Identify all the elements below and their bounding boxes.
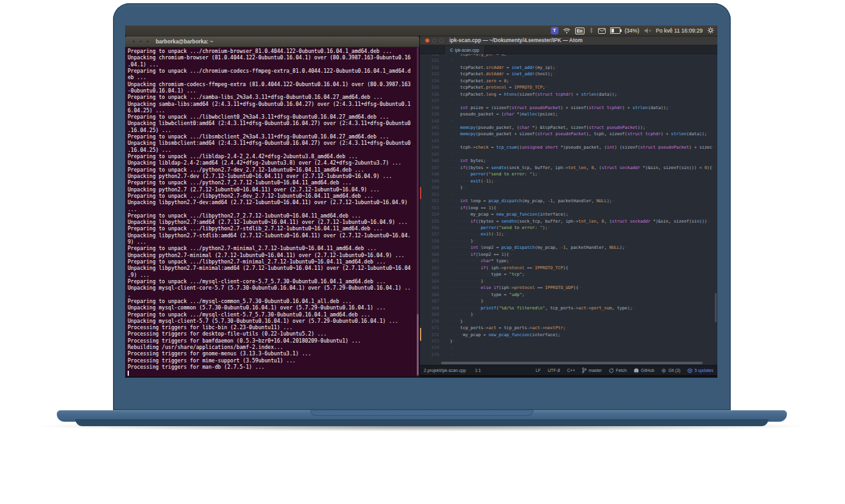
- terminal-line: Unpacking chromium-codecs-ffmpeg-extra (…: [128, 81, 419, 87]
- terminal-line: Preparing to unpack .../libpython2.7-min…: [128, 258, 419, 265]
- terminal-line: Processing triggers for mime-support (3.…: [128, 357, 419, 364]
- line-number: 568: [420, 305, 439, 311]
- code-line: ············perror("send to error: ");¬: [450, 225, 717, 231]
- terminal-line: Unpacking libpython2.7-minimal:amd64 (2.…: [128, 265, 419, 271]
- terminal-titlebar[interactable]: barborka@barborka: ~: [125, 36, 419, 47]
- line-number: 552: [420, 198, 439, 204]
- mail-icon[interactable]: [598, 26, 606, 36]
- terminal-line: Preparing to unpack .../samba-libs_2%3a4…: [128, 94, 419, 100]
- line-number: 548: [420, 171, 439, 177]
- code-editor[interactable]: 5305315325335345355365375385395405415425…: [420, 54, 717, 361]
- code-line: ····tcpPacket.zero = 0;¬: [450, 78, 717, 84]
- clock[interactable]: Po kvě 11 16:09:29: [656, 26, 703, 36]
- terminal-output[interactable]: Preparing to unpack .../chromium-browser…: [125, 47, 419, 376]
- laptop-base-lip: [75, 419, 768, 426]
- terminal-line: Unpacking libpython2.7-stdlib:amd64 (2.7…: [128, 232, 419, 239]
- bluetooth-icon[interactable]: [589, 26, 594, 36]
- status-item-label: Fetch: [616, 368, 627, 373]
- line-number: 531: [420, 57, 439, 64]
- status-item-lf[interactable]: LF: [535, 368, 541, 373]
- git-icon: [661, 368, 666, 373]
- file-path[interactable]: 2.projekt/ipk-scan.cpp: [424, 368, 466, 373]
- atom-status-bar: 2.projekt/ipk-scan.cpp 1:1 LFUTF-8C++mas…: [420, 365, 717, 375]
- line-number: 557: [420, 231, 439, 237]
- status-item-utf-8[interactable]: UTF-8: [548, 368, 560, 373]
- line-number: 538: [420, 105, 439, 111]
- code-line: ········perror("send to error: ");¬: [450, 171, 717, 177]
- line-number: 551: [420, 191, 439, 198]
- code-line: ············char* type;¬: [450, 258, 717, 264]
- terminal-line: .16.04.25) ...: [128, 127, 419, 133]
- line-number: 553: [420, 205, 439, 211]
- terminal-line: -0ubuntu0.16.04.1) ...: [128, 87, 419, 94]
- line-number: 556: [420, 225, 439, 231]
- laptop-base-notch: [310, 410, 534, 416]
- line-number: 574: [420, 345, 439, 351]
- line-number: 567: [420, 298, 439, 304]
- atom-titlebar[interactable]: ipk-scan.cpp — ~/Dokumenty/4.semester/IP…: [420, 36, 717, 45]
- line-number: 536: [420, 91, 439, 98]
- desktop-edge: [125, 376, 717, 378]
- terminal-line: Unpacking python2.7 (2.7.12-1ubuntu0~16.…: [128, 186, 419, 193]
- close-button[interactable]: [131, 40, 136, 44]
- code-line: ········int loop2 = pcap_dispatch(my_pca…: [450, 244, 717, 251]
- maximize-button[interactable]: [439, 38, 444, 43]
- cursor-position[interactable]: 1:1: [475, 368, 481, 373]
- status-item-fetch[interactable]: Fetch: [609, 368, 627, 373]
- line-number: 555: [420, 218, 439, 225]
- minimize-button[interactable]: [432, 38, 437, 43]
- status-item-5-updates[interactable]: 5 updates: [687, 368, 714, 373]
- terminal-line: Preparing to unpack .../python2.7-minima…: [128, 245, 419, 251]
- code-lines: ····tcph->urg_ptr = 0;¬¬····tcpPacket.sr…: [450, 54, 717, 358]
- line-number: 570: [420, 318, 439, 325]
- minimize-button[interactable]: [138, 40, 143, 44]
- terminal-scrollbar[interactable]: [417, 47, 419, 376]
- ubuntu-top-panel: T En (34%) Po kvě 11 16:09:29: [125, 26, 717, 36]
- line-number: 561: [420, 258, 439, 264]
- code-line: ········}¬: [450, 238, 717, 244]
- code-line: ¬: [450, 98, 717, 104]
- status-item-master[interactable]: master: [582, 367, 602, 373]
- close-button[interactable]: [425, 38, 430, 43]
- terminal-line: Processing triggers for desktop-file-uti…: [128, 330, 419, 337]
- line-number: 537: [420, 98, 439, 104]
- code-line: ········}¬: [450, 311, 717, 318]
- terminal-line: Preparing to unpack .../libpython2.7-dev…: [128, 193, 419, 199]
- wifi-icon[interactable]: [563, 26, 571, 36]
- terminal-line: Unpacking samba-libs:amd64 (2:4.3.11+dfs…: [128, 101, 419, 107]
- terminal-line: .9) ...: [128, 272, 419, 278]
- line-number: 564: [420, 278, 439, 285]
- maximize-button[interactable]: [146, 40, 150, 44]
- status-item-github[interactable]: GitHub: [634, 368, 654, 373]
- line-number: 563: [420, 271, 439, 278]
- status-item-label: 5 updates: [694, 368, 714, 373]
- session-gear-icon[interactable]: [707, 26, 714, 36]
- terminal-window-buttons: [131, 40, 150, 44]
- code-line: ····memcpy(pseudo_packet + sizeof(struct…: [450, 131, 717, 137]
- line-number: 554: [420, 211, 439, 218]
- terminal-line: ...: [128, 206, 419, 212]
- code-line: ····}¬: [450, 184, 717, 191]
- battery-icon[interactable]: [610, 27, 620, 34]
- status-item-git-3-[interactable]: Git (3): [661, 368, 680, 373]
- line-number: 535: [420, 84, 439, 91]
- keyboard-layout-indicator[interactable]: En: [575, 27, 585, 34]
- sync-icon: [609, 368, 614, 373]
- code-line: ¬: [450, 138, 717, 144]
- code-line: ····if(loop == 1){¬: [450, 205, 717, 211]
- terminal-line: eb ...: [128, 74, 419, 80]
- editor-horizontal-scrollbar[interactable]: [441, 362, 703, 364]
- terminal-line: Unpacking python2.7-minimal (2.7.12-1ubu…: [128, 252, 419, 258]
- terminal-line: Unpacking python2.7-dev (2.7.12-1ubuntu0…: [128, 173, 419, 179]
- editor-vertical-scrollbar[interactable]: [715, 293, 717, 322]
- volume-muted-icon[interactable]: [644, 26, 652, 36]
- teams-icon[interactable]: T: [551, 27, 558, 34]
- terminal-scrollbar-thumb[interactable]: [417, 314, 419, 375]
- line-number: 560: [420, 251, 439, 258]
- status-item-label: GitHub: [641, 368, 654, 373]
- line-number: 533: [420, 71, 439, 77]
- status-item-c-[interactable]: C++: [567, 368, 575, 373]
- code-line: ············printf("%d/%s filtered\n", t…: [450, 305, 717, 311]
- terminal-line: .16.04.25) ...: [128, 147, 419, 153]
- tab-ipk-scan-cpp[interactable]: C ipk-scan.cpp: [444, 45, 485, 54]
